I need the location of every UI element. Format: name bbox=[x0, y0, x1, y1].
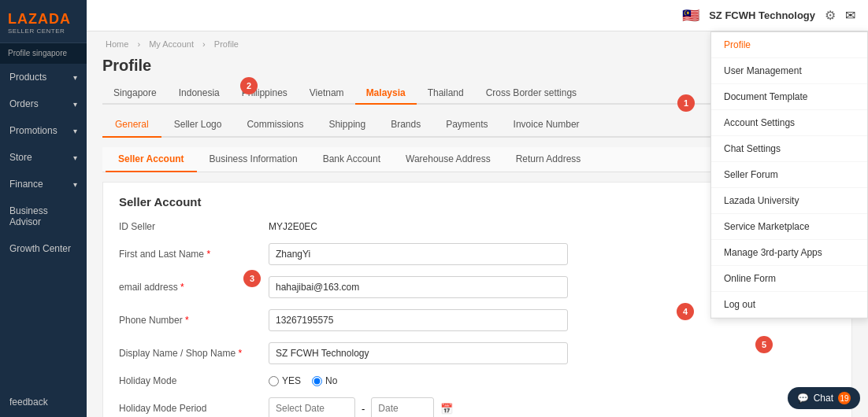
dropdown-item-logout[interactable]: Log out bbox=[711, 292, 867, 318]
form-row-display-name: Display Name / Shop Name * 5 bbox=[119, 342, 836, 364]
input-display-name[interactable] bbox=[269, 342, 568, 364]
radio-yes-label: YES bbox=[282, 375, 301, 386]
tab-singapore[interactable]: Singapore bbox=[102, 83, 168, 105]
breadcrumb-separator: › bbox=[202, 39, 206, 49]
label-holiday-mode: Holiday Mode bbox=[119, 375, 261, 386]
subtab-return-address[interactable]: Return Address bbox=[503, 147, 594, 172]
chat-widget[interactable]: 💬 Chat 19 bbox=[788, 387, 860, 409]
annotation-2: 2 bbox=[240, 77, 258, 94]
dropdown-menu: Profile User Management Document Templat… bbox=[710, 31, 868, 319]
sidebar-item-label: Promotions bbox=[9, 125, 57, 136]
radio-yes-input[interactable] bbox=[269, 376, 279, 386]
username-label: SZ FCWH Technology bbox=[709, 9, 815, 21]
dropdown-item-profile[interactable]: Profile bbox=[711, 32, 867, 58]
sidebar: LAZADA SELLER CENTER Profile singapore P… bbox=[0, 0, 87, 417]
label-display-name: Display Name / Shop Name * bbox=[119, 348, 261, 359]
sidebar-item-label: Finance bbox=[9, 179, 43, 190]
required-indicator: * bbox=[206, 249, 210, 260]
label-phone: Phone Number * bbox=[119, 315, 261, 326]
required-indicator: * bbox=[180, 282, 184, 293]
sidebar-item-finance[interactable]: Finance ▾ bbox=[0, 171, 87, 197]
sidebar-item-store[interactable]: Store ▾ bbox=[0, 144, 87, 171]
sidebar-item-label: Store bbox=[9, 152, 32, 163]
tab-invoice-number[interactable]: Invoice Number bbox=[501, 113, 592, 138]
lazada-logo-text: LAZADA bbox=[8, 11, 79, 28]
dropdown-item-account-settings[interactable]: Account Settings bbox=[711, 110, 867, 136]
tab-malaysia[interactable]: Malaysia bbox=[355, 83, 417, 105]
subtab-business-information[interactable]: Business Information bbox=[197, 147, 310, 172]
sidebar-item-orders[interactable]: Orders ▾ bbox=[0, 90, 87, 117]
annotation-1: 1 bbox=[677, 94, 695, 112]
chat-icon: 💬 bbox=[797, 393, 809, 404]
breadcrumb-home[interactable]: Home bbox=[106, 39, 128, 49]
radio-no-input[interactable] bbox=[312, 376, 322, 386]
seller-center-text: SELLER CENTER bbox=[8, 28, 79, 35]
tab-commissions[interactable]: Commissions bbox=[234, 113, 316, 138]
subtab-warehouse-address[interactable]: Warehouse Address bbox=[393, 147, 503, 172]
radio-yes[interactable]: YES bbox=[269, 375, 301, 386]
required-indicator: * bbox=[185, 315, 189, 326]
sidebar-profile-note: Profile singapore bbox=[0, 43, 87, 64]
dropdown-item-service-marketplace[interactable]: Service Marketplace bbox=[711, 214, 867, 240]
dropdown-item-document-template[interactable]: Document Template bbox=[711, 84, 867, 110]
calendar-icon[interactable]: 📅 bbox=[440, 403, 453, 415]
tab-shipping[interactable]: Shipping bbox=[316, 113, 378, 138]
input-email[interactable] bbox=[269, 276, 568, 298]
required-indicator: * bbox=[238, 348, 242, 359]
breadcrumb-my-account[interactable]: My Account bbox=[149, 39, 194, 49]
sidebar-item-growth-center[interactable]: Growth Center bbox=[0, 235, 87, 262]
annotation-4: 4 bbox=[677, 303, 694, 320]
gear-icon[interactable]: ⚙ bbox=[825, 8, 836, 23]
label-email: email address * bbox=[119, 282, 261, 293]
dropdown-item-online-form[interactable]: Online Form bbox=[711, 266, 867, 292]
breadcrumb-separator: › bbox=[137, 39, 140, 49]
dropdown-item-seller-forum[interactable]: Seller Forum bbox=[711, 162, 867, 188]
input-phone[interactable] bbox=[269, 309, 568, 331]
tab-brands[interactable]: Brands bbox=[378, 113, 433, 138]
chat-badge: 19 bbox=[838, 392, 851, 404]
dropdown-item-lazada-university[interactable]: Lazada University bbox=[711, 188, 867, 214]
input-date-end[interactable] bbox=[371, 397, 434, 417]
tab-seller-logo[interactable]: Seller Logo bbox=[161, 113, 235, 138]
sidebar-feedback[interactable]: feedback bbox=[0, 387, 87, 417]
dropdown-item-chat-settings[interactable]: Chat Settings bbox=[711, 136, 867, 162]
tab-vietnam[interactable]: Vietnam bbox=[299, 83, 355, 105]
input-date-start[interactable] bbox=[269, 397, 355, 417]
tab-general[interactable]: General bbox=[102, 113, 161, 138]
tab-thailand[interactable]: Thailand bbox=[417, 83, 475, 105]
sidebar-item-label: Orders bbox=[9, 98, 39, 109]
tab-cross-border[interactable]: Cross Border settings bbox=[475, 83, 588, 105]
dropdown-item-user-management[interactable]: User Management bbox=[711, 58, 867, 84]
chevron-down-icon: ▾ bbox=[73, 180, 77, 189]
label-holiday-period: Holiday Mode Period bbox=[119, 403, 261, 414]
value-id-seller: MYJ2E0EC bbox=[269, 221, 317, 232]
radio-no[interactable]: No bbox=[312, 375, 337, 386]
sidebar-logo: LAZADA SELLER CENTER bbox=[0, 0, 87, 43]
sidebar-item-label: Products bbox=[9, 72, 46, 83]
sidebar-item-products[interactable]: Products ▾ bbox=[0, 64, 87, 90]
mail-icon[interactable]: ✉ bbox=[845, 8, 855, 23]
sidebar-item-business-advisor[interactable]: Business Advisor bbox=[0, 197, 87, 235]
label-name: First and Last Name * bbox=[119, 249, 261, 260]
label-id-seller: ID Seller bbox=[119, 221, 261, 232]
topbar: 🇲🇾 SZ FCWH Technology ⚙ ✉ bbox=[87, 0, 868, 31]
chevron-down-icon: ▾ bbox=[73, 153, 77, 162]
breadcrumb-profile: Profile bbox=[214, 39, 239, 49]
radio-no-label: No bbox=[325, 375, 337, 386]
chevron-down-icon: ▾ bbox=[73, 127, 77, 135]
input-name[interactable] bbox=[269, 243, 568, 265]
subtab-bank-account[interactable]: Bank Account bbox=[310, 147, 393, 172]
tab-indonesia[interactable]: Indonesia bbox=[168, 83, 231, 105]
chevron-down-icon: ▾ bbox=[73, 73, 77, 82]
subtab-seller-account[interactable]: Seller Account bbox=[106, 147, 197, 172]
sidebar-item-label: Growth Center bbox=[9, 243, 71, 254]
tab-payments[interactable]: Payments bbox=[433, 113, 500, 138]
annotation-3: 3 bbox=[243, 270, 261, 287]
sidebar-item-promotions[interactable]: Promotions ▾ bbox=[0, 117, 87, 144]
sidebar-item-label: Business Advisor bbox=[9, 205, 77, 227]
form-row-holiday-period: Holiday Mode Period - 📅 bbox=[119, 397, 836, 417]
date-separator: - bbox=[362, 403, 365, 415]
dropdown-item-manage-apps[interactable]: Manage 3rd-party Apps bbox=[711, 240, 867, 266]
annotation-5: 5 bbox=[755, 336, 773, 353]
form-row-holiday-mode: Holiday Mode YES No bbox=[119, 375, 836, 386]
